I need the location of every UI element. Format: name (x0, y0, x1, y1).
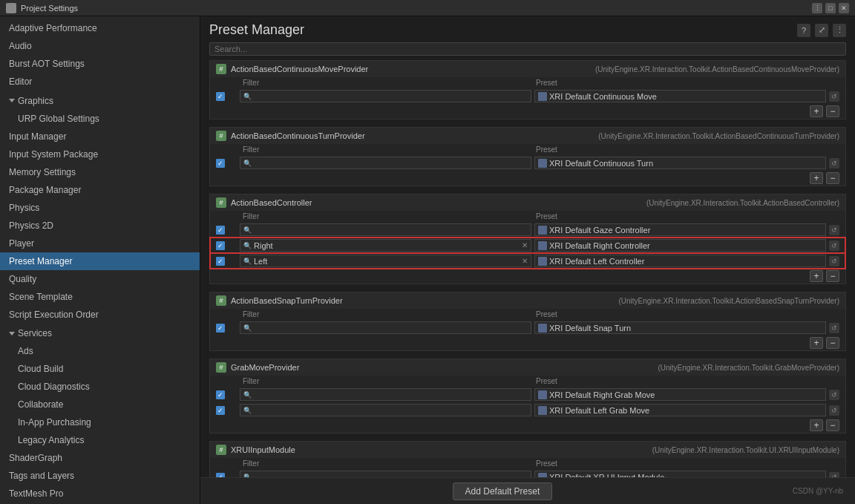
sidebar-item-tags-and-layers[interactable]: Tags and Layers (0, 467, 200, 485)
preset-reset-action_based_continuous_turn-0[interactable]: ↺ (829, 158, 839, 168)
close-btn[interactable]: ✕ (839, 3, 849, 13)
add-remove-row-grab_move_provider: + − (210, 418, 845, 433)
sidebar-item-services[interactable]: Services (0, 324, 200, 343)
preset-reset-grab_move_provider-1[interactable]: ↺ (829, 405, 839, 416)
preset-icon-action_based_controller-1 (538, 241, 547, 250)
sidebar-item-physics-2d[interactable]: Physics 2D (0, 217, 200, 235)
filter-clear-action_based_controller-1[interactable]: ✕ (522, 241, 528, 249)
restore-btn[interactable]: □ (825, 3, 836, 13)
preset-section-grab_move_provider: # GrabMoveProvider (UnityEngine.XR.Inter… (209, 359, 846, 433)
preset-reset-action_based_controller-0[interactable]: ↺ (829, 225, 839, 235)
remove-row-btn-action_based_controller[interactable]: − (826, 270, 839, 282)
add-row-btn-action_based_snap_turn[interactable]: + (810, 337, 823, 349)
preset-row-action_based_snap_turn-0: ✓ 🔍 XRI Default Snap Turn ↺ (210, 320, 845, 336)
preset-reset-action_based_snap_turn-0[interactable]: ↺ (829, 323, 839, 333)
add-default-preset-button[interactable]: Add Default Preset (453, 482, 553, 500)
checkbox-action_based_continuous_turn-0[interactable]: ✓ (216, 159, 225, 168)
sidebar-item-package-manager[interactable]: Package Manager (0, 181, 200, 199)
sidebar: Adaptive PerformanceAudioBurst AOT Setti… (0, 16, 200, 504)
add-row-btn-grab_move_provider[interactable]: + (810, 419, 823, 431)
sidebar-item-player[interactable]: Player (0, 235, 200, 252)
remove-row-btn-action_based_continuous_turn[interactable]: − (826, 172, 839, 184)
preset-icon-grab_move_provider-0 (538, 390, 547, 399)
help-icon[interactable]: ? (797, 24, 810, 37)
preset-reset-action_based_controller-1[interactable]: ↺ (829, 240, 839, 251)
sidebar-item-memory-settings[interactable]: Memory Settings (0, 163, 200, 181)
sidebar-item-quality[interactable]: Quality (0, 270, 200, 288)
sidebar-item-urp-global-settings[interactable]: URP Global Settings (0, 110, 200, 128)
sidebar-item-cloud-build[interactable]: Cloud Build (0, 360, 200, 378)
checkbox-action_based_controller-2[interactable]: ✓ (216, 257, 225, 266)
sidebar-item-audio[interactable]: Audio (0, 37, 200, 55)
filter-field-action_based_continuous_move-0[interactable]: 🔍 (240, 90, 531, 102)
preset-reset-action_based_continuous_move-0[interactable]: ↺ (829, 91, 839, 102)
preset-section-action_based_snap_turn: # ActionBasedSnapTurnProvider (UnityEngi… (209, 292, 846, 351)
sidebar-item-adaptive-performance[interactable]: Adaptive Performance (0, 19, 200, 37)
filter-search-icon-action_based_continuous_move-0: 🔍 (243, 93, 252, 100)
sidebar-item-burst-aot-settings[interactable]: Burst AOT Settings (0, 55, 200, 73)
preset-field-action_based_controller-1[interactable]: XRI Default Right Controller (534, 239, 826, 252)
filter-text-action_based_controller-1: Right (254, 241, 520, 250)
sidebar-item-textmesh-pro[interactable]: TextMesh Pro (0, 485, 200, 503)
checkbox-action_based_continuous_move-0[interactable]: ✓ (216, 92, 225, 101)
add-row-btn-action_based_controller[interactable]: + (810, 270, 823, 282)
preset-field-action_based_continuous_turn-0[interactable]: XRI Default Continuous Turn (534, 157, 826, 169)
preset-field-action_based_controller-2[interactable]: XRI Default Left Controller (534, 255, 826, 267)
preset-reset-grab_move_provider-0[interactable]: ↺ (829, 390, 839, 400)
checkbox-action_based_controller-0[interactable]: ✓ (216, 226, 225, 235)
content-scroll: # ActionBasedContinuousMoveProvider (Uni… (200, 60, 855, 477)
preset-field-action_based_snap_turn-0[interactable]: XRI Default Snap Turn (534, 321, 826, 334)
filter-field-action_based_controller-0[interactable]: 🔍 (240, 223, 531, 236)
preset-reset-xrui_input_module-0[interactable]: ↺ (829, 472, 839, 478)
preset-field-grab_move_provider-0[interactable]: XRI Default Right Grab Move (534, 388, 826, 401)
sidebar-item-ads[interactable]: Ads (0, 342, 200, 360)
sidebar-item-editor[interactable]: Editor (0, 73, 200, 91)
sidebar-item-scene-template[interactable]: Scene Template (0, 288, 200, 306)
filter-field-action_based_controller-1[interactable]: 🔍 Right ✕ (240, 239, 531, 252)
menu-btn[interactable]: ⋮ (812, 3, 822, 13)
filter-clear-action_based_controller-2[interactable]: ✕ (522, 257, 528, 265)
filter-field-action_based_controller-2[interactable]: 🔍 Left ✕ (240, 255, 531, 267)
sidebar-item-physics[interactable]: Physics (0, 199, 200, 217)
preset-col-label-action_based_snap_turn: Preset (536, 310, 823, 318)
add-row-btn-action_based_continuous_turn[interactable]: + (810, 172, 823, 184)
checkbox-action_based_snap_turn-0[interactable]: ✓ (216, 324, 225, 333)
filter-field-grab_move_provider-0[interactable]: 🔍 (240, 388, 531, 401)
preset-field-action_based_controller-0[interactable]: XRI Default Gaze Controller (534, 223, 826, 236)
content-search (200, 41, 855, 60)
sidebar-item-shadergraph[interactable]: ShaderGraph (0, 449, 200, 467)
preset-field-grab_move_provider-1[interactable]: XRI Default Left Grab Move (534, 404, 826, 416)
section-header-action_based_continuous_move: # ActionBasedContinuousMoveProvider (Uni… (210, 61, 845, 77)
sidebar-item-input-manager[interactable]: Input Manager (0, 128, 200, 145)
more-icon[interactable]: ⋮ (833, 24, 846, 37)
sidebar-item-in-app-purchasing[interactable]: In-App Purchasing (0, 413, 200, 431)
checkbox-action_based_controller-1[interactable]: ✓ (216, 241, 225, 250)
add-row-btn-action_based_continuous_move[interactable]: + (810, 105, 823, 117)
section-icon-xrui_input_module: # (216, 445, 226, 455)
filter-field-xrui_input_module-0[interactable]: 🔍 (240, 471, 531, 477)
titlebar: Project Settings ⋮ □ ✕ (0, 0, 855, 16)
remove-row-btn-action_based_continuous_move[interactable]: − (826, 105, 839, 117)
filter-field-action_based_snap_turn-0[interactable]: 🔍 (240, 321, 531, 334)
checkbox-grab_move_provider-0[interactable]: ✓ (216, 390, 225, 399)
sidebar-item-input-system-package[interactable]: Input System Package (0, 145, 200, 163)
checkbox-grab_move_provider-1[interactable]: ✓ (216, 406, 225, 415)
filter-search-icon-action_based_controller-2: 🔍 (243, 258, 252, 265)
sidebar-item-preset-manager[interactable]: Preset Manager (0, 252, 200, 270)
remove-row-btn-action_based_snap_turn[interactable]: − (826, 337, 839, 349)
filter-col-label-action_based_continuous_turn: Filter (243, 145, 530, 154)
main-search-input[interactable] (209, 42, 846, 56)
remove-row-btn-grab_move_provider[interactable]: − (826, 419, 839, 431)
filter-field-action_based_continuous_turn-0[interactable]: 🔍 (240, 157, 531, 169)
preset-field-action_based_continuous_move-0[interactable]: XRI Default Continuous Move (534, 90, 826, 102)
preset-reset-action_based_controller-2[interactable]: ↺ (829, 256, 839, 266)
preset-field-xrui_input_module-0[interactable]: XRI Default XR UI Input Module (534, 471, 826, 477)
sidebar-item-legacy-analytics[interactable]: Legacy Analytics (0, 431, 200, 449)
filter-field-grab_move_provider-1[interactable]: 🔍 (240, 404, 531, 416)
sidebar-item-cloud-diagnostics[interactable]: Cloud Diagnostics (0, 378, 200, 396)
maximize-icon[interactable]: ⤢ (815, 24, 828, 37)
sidebar-item-graphics[interactable]: Graphics (0, 91, 200, 110)
sidebar-item-collaborate[interactable]: Collaborate (0, 396, 200, 413)
filter-search-icon-grab_move_provider-0: 🔍 (243, 391, 252, 399)
sidebar-item-script-execution-order[interactable]: Script Execution Order (0, 306, 200, 324)
